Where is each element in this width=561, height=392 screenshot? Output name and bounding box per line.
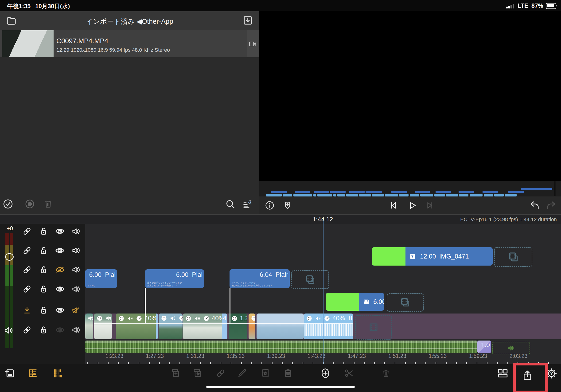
delete-trash-icon[interactable] [381,368,391,379]
audio-placeholder[interactable] [492,342,530,354]
redo-icon[interactable] [546,200,557,211]
undo-icon[interactable] [529,200,540,211]
transition-placeholder[interactable] [355,315,392,340]
audio-speed-clip[interactable]: 1.0 [477,340,491,353]
overview-segment [508,191,524,193]
edit-pencil-icon[interactable] [237,368,247,379]
audio-track-clip[interactable] [85,340,477,353]
overview-segment [415,191,430,193]
library-panel: インポート済み ◀Other-App C0097.MP4.MP4 12.29 1… [0,11,259,214]
search-icon[interactable] [225,198,236,210]
project-overview-scrubber[interactable] [259,181,561,197]
palette-icon [96,315,103,322]
video-segment[interactable] [257,314,304,339]
media-type-icon [249,40,257,47]
title-clip[interactable]: 6.00 Plai泳ぎが苦手でもライフジャケットが 用意されているので安心です！ [145,269,204,288]
media-name: C0097.MP4.MP4 [56,37,108,45]
video-segment[interactable]: 40% [116,314,158,339]
video-segment[interactable] [94,314,112,339]
ruler-tick [149,362,150,364]
video-segment[interactable]: 40% 8.23 [304,314,353,339]
layout-panels-icon[interactable] [497,367,509,379]
video-clip-2[interactable]: 6.00I [326,293,384,311]
skip-to-end-icon[interactable] [425,200,435,211]
import-download-icon[interactable] [242,15,254,26]
snapping-icon[interactable] [52,368,63,379]
preset-star-icon[interactable] [260,368,271,379]
library-title[interactable]: インポート済み ◀Other-App [0,17,259,26]
film-double-icon [304,273,316,286]
ruler-tick [231,362,231,364]
transition-placeholder[interactable] [494,247,532,267]
ruler-tick [292,362,293,364]
add-plus-icon[interactable] [320,367,331,380]
title-connector [145,288,146,323]
add-marker-icon[interactable] [282,200,293,211]
timecode-label: 1:35.23 [227,353,245,359]
overview-segment [317,194,332,196]
ruler-tick [128,362,129,364]
overview-segment [330,191,345,193]
overview-segment [346,194,358,196]
title-clip[interactable]: 6.04 Plairアイランドピクニックで セブ島の海を思いっきり満喫しましょう… [229,269,290,288]
trash-icon[interactable] [43,199,53,209]
svg-text:?: ? [550,370,553,376]
speedo-icon [136,315,143,322]
split-scissors-icon[interactable] [344,368,354,379]
skip-to-start-icon[interactable] [388,200,399,211]
video-clip-img0471[interactable]: 12.00IMG_0471 [372,247,493,266]
track-list-icon[interactable] [27,368,38,379]
speakerfill-icon [105,315,112,322]
video-segment[interactable]: 40%4 [183,314,227,339]
clip-duration: 6.00 [373,298,384,305]
clip-duration: 12.00 [420,253,436,260]
waveform-icon [506,343,517,353]
overview-segment [483,191,498,193]
master-speaker-icon[interactable] [3,325,15,336]
home-indicator[interactable] [206,386,355,388]
overview-playhead[interactable] [555,181,555,196]
ruler-tick [159,362,160,364]
transition-edge: 4 [222,314,227,339]
svg-text:a: a [248,198,251,205]
ruler-tick [87,362,88,364]
video-segment[interactable] [159,314,183,339]
title-clip-caption: ており、 [87,284,96,287]
sort-icon[interactable]: a [242,198,253,210]
insert-audio-icon[interactable] [192,368,203,379]
title-clip[interactable]: 6.00 Plaiており、 [85,269,117,288]
media-metadata: 12.29 1920x1080 16:9 59.94 fps 48.0 KHz … [56,47,170,53]
ruler-tick [169,362,170,364]
overview-segment [349,191,365,193]
clipboard-icon[interactable] [283,368,293,379]
play-icon[interactable] [407,200,417,211]
ruler-tick [477,362,477,364]
media-thumbnail [2,30,54,57]
video-segment[interactable] [248,314,255,339]
timecode-label: 1:59.23 [469,353,487,359]
overview-segment [494,194,504,196]
timeline-content: 40%40%41.240% 8.23 1.0 6.00 Plaiており、6.00… [0,215,561,365]
palette-icon [306,315,313,322]
video-segment[interactable]: 1.2 [229,314,247,339]
multiselect-check-icon[interactable] [2,198,14,210]
ruler-tick [261,362,262,364]
insert-overlay-icon[interactable] [170,368,181,379]
film-small-icon [363,298,370,305]
title-connector [229,288,230,323]
record-icon[interactable] [24,199,35,209]
ruler-tick [313,362,313,364]
preview-viewer[interactable] [259,11,561,181]
media-list-item[interactable]: C0097.MP4.MP4 12.29 1920x1080 16:9 59.94… [0,30,259,57]
timecode-label: 1:47.23 [348,353,366,359]
video-segment[interactable] [85,314,93,339]
film-double-icon [507,250,520,264]
speed-label: 1.0 [481,341,490,349]
overview-segment [420,194,433,196]
info-icon[interactable] [265,200,275,211]
transition-placeholder[interactable] [387,293,424,312]
playhead-line[interactable] [323,223,324,364]
link-clips-icon[interactable] [215,368,226,379]
add-to-timeline-icon[interactable] [4,367,15,379]
lumafusion-app: 午後1:35 10月30日(水) LTE 87% インポート済み ◀Other-… [0,0,561,392]
